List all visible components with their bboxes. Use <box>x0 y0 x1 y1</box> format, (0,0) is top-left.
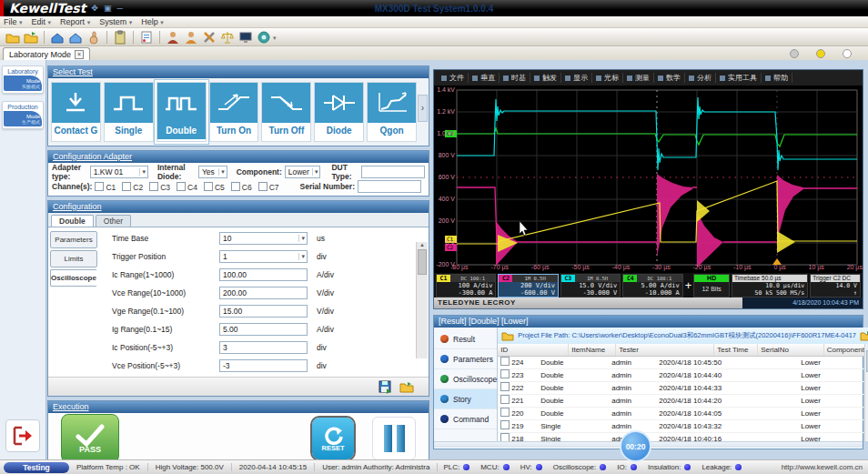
user-icon[interactable] <box>183 29 199 45</box>
open-folder-icon[interactable] <box>860 330 868 341</box>
hand-test-icon[interactable] <box>86 29 102 45</box>
table-row[interactable]: 220 Double admin 2020/4/18 10:44:05 Lowe… <box>498 408 865 420</box>
config-side-tab[interactable]: Parameters <box>50 231 97 248</box>
config-scrollbar[interactable]: ▲ <box>416 242 428 358</box>
component-select[interactable]: Lower▾ <box>285 166 321 178</box>
pause-button[interactable] <box>372 417 416 460</box>
scope-menu-item[interactable]: 光标 <box>592 73 623 83</box>
row-checkbox[interactable] <box>500 369 510 378</box>
tools-icon[interactable] <box>201 29 217 45</box>
results-sidebar-item[interactable]: Parameters <box>434 349 497 369</box>
table-row[interactable]: 219 Single admin 2020/4/18 10:43:32 Lowe… <box>498 420 865 433</box>
window-dot-yellow[interactable] <box>816 49 825 58</box>
table-scrollbar[interactable]: ▲▼ <box>864 344 868 441</box>
menu-item[interactable]: System ▾ <box>99 17 132 26</box>
config-side-tab[interactable]: Oscilloscope <box>50 269 97 287</box>
dut-type-input[interactable] <box>361 166 425 178</box>
internal-diode-select[interactable]: Yes▾ <box>198 166 227 178</box>
reset-button[interactable]: RESET <box>312 418 354 459</box>
column-header[interactable]: Test Time <box>714 344 758 356</box>
table-row[interactable]: 221 Double admin 2020/4/18 10:44:20 Lowe… <box>498 395 865 408</box>
config-tab[interactable]: Double <box>51 215 94 227</box>
row-checkbox[interactable] <box>500 408 510 417</box>
channel-checkbox[interactable]: C2 <box>122 183 143 192</box>
scope-menu-item[interactable]: 实用工具 <box>716 73 762 83</box>
channel-checkbox[interactable]: C7 <box>258 183 279 192</box>
channel-box-c3[interactable]: C31M 0.5H 15.0 V/div-30.000 V <box>560 274 621 298</box>
open-folder-icon[interactable] <box>23 29 39 45</box>
field-input[interactable]: 1▾ <box>219 250 308 263</box>
menu-item[interactable]: Edit ▾ <box>32 17 52 26</box>
user-admin-icon[interactable] <box>165 29 181 45</box>
results-sidebar-item[interactable]: Result <box>434 329 497 349</box>
test-button-qgon[interactable]: Qgon <box>367 82 417 142</box>
scope-menu-item[interactable]: 数学 <box>654 73 685 83</box>
window-dot-gray[interactable] <box>790 49 799 58</box>
field-input[interactable]: 15.00▾ <box>219 305 308 318</box>
scope-menu-item[interactable]: 垂直 <box>469 73 500 83</box>
menu-item[interactable]: File ▾ <box>4 17 23 26</box>
mode-card[interactable]: Production Mode生产模式 <box>2 101 44 129</box>
column-header[interactable]: Component <box>824 344 865 356</box>
mode-card[interactable]: Laboratory Mode实验模式 <box>2 66 44 94</box>
scope-menu-item[interactable]: 文件 <box>438 73 469 83</box>
field-input[interactable]: -3▾ <box>219 359 308 372</box>
results-sidebar-item[interactable]: Command <box>434 409 497 429</box>
table-row[interactable]: 224 Double admin 2020/4/18 10:45:50 Lowe… <box>498 357 865 369</box>
column-header[interactable]: Tester <box>616 344 714 356</box>
save-report-icon[interactable] <box>49 29 66 45</box>
load-folder-icon[interactable] <box>399 379 414 394</box>
field-input[interactable]: 200.00▾ <box>219 287 308 299</box>
scope-menu-item[interactable]: 时基 <box>500 73 530 83</box>
test-button-turn-on[interactable]: Turn On <box>209 82 259 142</box>
pass-button[interactable]: PASS <box>61 414 119 463</box>
test-scroll-right[interactable]: › <box>418 95 428 122</box>
scope-menu-item[interactable]: 分析 <box>685 73 716 83</box>
trigger-box[interactable]: Trigger C2 DC 14.0 V ↑ <box>810 274 861 298</box>
save-icon[interactable] <box>378 379 392 394</box>
column-header[interactable]: SerialNo <box>758 344 823 356</box>
channel-checkbox[interactable]: C4 <box>177 183 197 192</box>
report-form-icon[interactable] <box>138 29 155 45</box>
test-button-diode[interactable]: Diode <box>314 82 364 142</box>
serial-number-input[interactable] <box>358 180 421 193</box>
results-sidebar-item[interactable]: Story <box>434 389 497 409</box>
field-input[interactable]: 10▾ <box>219 232 308 245</box>
channel-checkbox[interactable]: C6 <box>231 183 252 192</box>
scope-menu-item[interactable]: 帮助 <box>762 73 792 83</box>
row-checkbox[interactable] <box>500 433 510 441</box>
column-header[interactable]: ID <box>498 344 569 356</box>
camera-icon[interactable] <box>256 29 272 45</box>
tab-laboratory-mode[interactable]: Laboratory Mode × <box>3 47 90 60</box>
channel-box-c1[interactable]: C1DC 100:1 100 A/div-300.00 A <box>436 274 496 298</box>
open-project-icon[interactable] <box>5 29 21 45</box>
channel-box-c4[interactable]: C4DC 100:1 5.00 A/div-10.000 A <box>622 274 682 298</box>
field-input[interactable]: 3▾ <box>219 341 308 354</box>
scope-menu-item[interactable]: 测量 <box>623 73 654 83</box>
field-input[interactable]: 5.00▾ <box>219 323 308 336</box>
test-button-turn-off[interactable]: Turn Off <box>261 82 311 142</box>
field-input[interactable]: 100.00▾ <box>219 268 308 281</box>
channel-checkbox[interactable]: C5 <box>204 183 225 192</box>
scope-menu-item[interactable]: 触发 <box>530 73 561 83</box>
column-header[interactable]: ItemName <box>569 344 616 356</box>
table-row[interactable]: 222 Double admin 2020/4/18 10:44:33 Lowe… <box>498 382 865 395</box>
channel-checkbox[interactable]: C3 <box>149 183 170 192</box>
row-checkbox[interactable] <box>500 382 510 391</box>
test-button-single[interactable]: Single <box>104 82 154 142</box>
timebase-box[interactable]: Timebase 50.0 µs 10.0 µs/div 50 kS 500 M… <box>732 274 808 298</box>
scope-menu-item[interactable]: 显示 <box>561 73 592 83</box>
adapter-type-select[interactable]: 1.KW 01▾ <box>90 166 148 178</box>
config-side-tab[interactable]: Limits <box>50 250 97 267</box>
tab-close-icon[interactable]: × <box>75 50 84 59</box>
window-dot-white[interactable] <box>843 49 852 58</box>
menu-item[interactable]: Report ▾ <box>60 17 90 26</box>
row-checkbox[interactable] <box>500 395 510 404</box>
display-icon[interactable] <box>237 29 254 45</box>
table-row[interactable]: 218 Single admin 2020/4/18 10:40:16 Lowe… <box>498 433 865 441</box>
results-sidebar-item[interactable]: Oscilloscope <box>434 369 497 389</box>
row-checkbox[interactable] <box>500 357 510 366</box>
export-report-icon[interactable] <box>67 29 84 45</box>
clipboard-icon[interactable] <box>112 29 128 45</box>
table-row[interactable]: 223 Double admin 2020/4/18 10:44:40 Lowe… <box>498 369 865 382</box>
